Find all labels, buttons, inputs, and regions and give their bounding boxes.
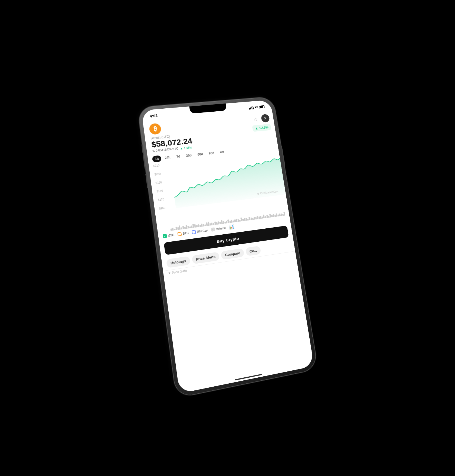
legend-indicator-icon: 📊 <box>228 224 234 229</box>
bottom-hint-label: ▼ Price (24h) <box>168 253 292 275</box>
chart-label-210: $210 <box>153 164 159 167</box>
volume-bar <box>248 216 250 220</box>
volume-bar <box>253 217 255 219</box>
close-button[interactable]: ✕ <box>261 114 270 122</box>
volume-bar <box>227 219 229 223</box>
volume-bar <box>196 225 197 227</box>
volume-bar <box>216 222 218 225</box>
volume-bar <box>279 213 280 216</box>
volume-bar <box>187 225 189 228</box>
watchlist-star-button[interactable]: ☆ <box>251 115 260 123</box>
chart-label-180: $180 <box>156 189 163 193</box>
chart-y-labels: $210 $200 $190 $180 $170 $160 <box>153 164 165 210</box>
volume-bar <box>174 228 175 230</box>
volume-bar <box>233 220 234 222</box>
volume-bar <box>242 219 244 221</box>
volume-bar <box>277 214 279 216</box>
volume-bar <box>191 225 193 228</box>
volume-bar <box>237 219 239 222</box>
legend-mktcap-label: Mkt Cap <box>197 228 208 233</box>
volume-bar <box>206 222 208 226</box>
time-filter-all[interactable]: All <box>217 148 227 156</box>
time-filter-60d[interactable]: 60d <box>195 151 206 158</box>
chart-label-160: $160 <box>159 206 165 210</box>
volume-bar <box>207 222 209 226</box>
volume-check-icon: ✓ <box>211 227 215 231</box>
volume-bar <box>175 226 177 230</box>
time-filter-30d[interactable]: 30d <box>183 152 194 159</box>
volume-bar <box>189 226 191 228</box>
volume-bar <box>229 221 231 223</box>
volume-bar <box>244 218 245 221</box>
volume-bar <box>222 221 224 224</box>
more-chip[interactable]: Co... <box>245 246 261 256</box>
volume-bar <box>252 218 254 220</box>
legend-usd: ✓ USD <box>162 233 174 238</box>
phone-mockup: 4:02 ▾▾ ₿ <box>138 96 318 398</box>
time-filter-90d[interactable]: 90d <box>206 150 217 157</box>
volume-bar <box>271 215 273 217</box>
volume-bar <box>202 224 204 226</box>
volume-bar <box>209 223 211 226</box>
volume-bar <box>247 218 249 220</box>
bitcoin-icon: ₿ <box>149 123 162 135</box>
volume-bar <box>177 227 179 230</box>
legend-volume: ✓ Volume <box>211 226 226 231</box>
header-actions: ☆ ✕ <box>251 114 270 123</box>
indicator-bars-icon: 📊 <box>228 224 234 229</box>
legend-btc: BTC <box>177 231 189 236</box>
chart-label-190: $190 <box>155 181 162 184</box>
volume-bar <box>282 214 284 216</box>
silent-switch <box>141 144 144 154</box>
volume-bar <box>201 224 203 227</box>
volume-bar <box>194 224 196 228</box>
volume-bar <box>258 216 260 219</box>
holdings-chip[interactable]: Holdings <box>166 256 190 268</box>
volume-bar <box>179 225 181 230</box>
wifi-icon: ▾▾ <box>254 105 258 109</box>
app-content: ₿ ☆ ✕ Bitcoin (BTC) $58,072.24 ⇅ 0.03416… <box>143 111 314 393</box>
btc-check-icon <box>177 232 182 236</box>
volume-bar <box>268 216 270 218</box>
volume-bar <box>266 215 268 218</box>
volume-bar <box>217 221 219 224</box>
status-icons: ▾▾ <box>248 105 264 109</box>
volume-bar <box>199 225 201 227</box>
time-filter-1h[interactable]: 1h <box>152 155 162 162</box>
volume-bar <box>170 228 172 231</box>
volume-bar <box>213 223 214 225</box>
volume-bar <box>265 216 266 218</box>
legend-mktcap: Mkt Cap <box>192 228 208 234</box>
volume-bar <box>185 225 187 229</box>
volume-down-button <box>145 173 148 188</box>
volume-bar <box>219 222 221 224</box>
volume-bar <box>257 216 258 219</box>
volume-bar <box>224 222 226 224</box>
price-alerts-chip[interactable]: Price Alerts <box>191 252 220 264</box>
power-button <box>281 146 285 166</box>
volume-bar <box>197 224 199 227</box>
volume-bar <box>245 218 247 221</box>
compare-chip[interactable]: Compare <box>221 248 244 260</box>
volume-up-button <box>143 155 146 169</box>
volume-bar <box>255 217 257 219</box>
btc-amount: ⇅ 0.03416424 BTC <box>152 147 179 153</box>
volume-bar <box>211 222 213 225</box>
volume-bar <box>184 226 186 229</box>
volume-bar <box>261 216 263 218</box>
volume-bar <box>274 215 276 217</box>
volume-bar <box>231 219 233 222</box>
volume-bar <box>226 221 227 223</box>
volume-bar <box>250 218 252 220</box>
volume-bar <box>276 213 277 216</box>
volume-bar <box>234 219 236 222</box>
price-change-inline: ▲ 1.45% <box>180 145 192 150</box>
volume-bar <box>280 213 282 216</box>
time-filter-24h[interactable]: 24h <box>162 154 173 161</box>
volume-bar <box>214 221 216 225</box>
signal-icon <box>248 106 254 109</box>
time-filter-7d[interactable]: 7d <box>173 153 183 160</box>
volume-bar <box>239 220 241 222</box>
legend-btc-label: BTC <box>182 231 189 235</box>
phone-screen: 4:02 ▾▾ ₿ <box>141 100 314 393</box>
